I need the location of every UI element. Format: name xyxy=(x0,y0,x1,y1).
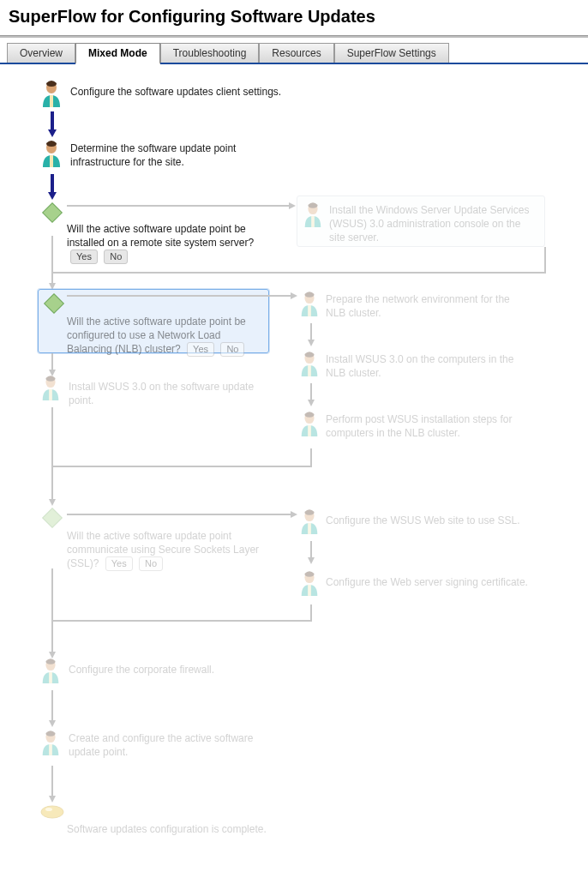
step-install-wsus-sup[interactable]: Install WSUS 3.0 on the software update … xyxy=(39,375,274,407)
connector xyxy=(67,295,291,297)
step-label: Configure the Web server signing certifi… xyxy=(326,570,528,589)
no-button[interactable]: No xyxy=(220,342,244,357)
arrow xyxy=(51,111,54,130)
diamond-icon xyxy=(41,291,67,316)
no-button[interactable]: No xyxy=(139,556,163,571)
svg-rect-15 xyxy=(308,425,311,436)
svg-rect-4 xyxy=(43,203,63,223)
connector xyxy=(544,247,546,273)
arrow-head-icon xyxy=(291,511,297,518)
connector xyxy=(51,466,53,500)
yes-button[interactable]: Yes xyxy=(105,556,133,571)
terminator-icon xyxy=(39,803,65,821)
step-create-sup[interactable]: Create and configure the active software… xyxy=(39,730,257,759)
step-label: Configure the corporate firewall. xyxy=(69,658,214,677)
connector xyxy=(310,448,312,467)
decision-ssl[interactable] xyxy=(39,505,65,531)
person-icon xyxy=(39,140,63,169)
flowchart-canvas: Configure the software updates client se… xyxy=(0,64,588,870)
svg-rect-18 xyxy=(308,523,311,534)
step-complete-text: Software updates configuration is comple… xyxy=(67,821,267,836)
connector xyxy=(67,205,290,207)
decision-remote-server[interactable] xyxy=(39,200,65,226)
step-prepare-nlb-network[interactable]: Prepare the network environment for the … xyxy=(298,291,531,320)
decision-ssl-text: Will the active software update point co… xyxy=(67,527,260,571)
connector xyxy=(51,766,53,797)
person-icon xyxy=(298,411,321,438)
svg-rect-20 xyxy=(308,585,311,596)
tab-troubleshooting[interactable]: Troubleshooting xyxy=(160,43,260,63)
yes-button[interactable]: Yes xyxy=(70,250,98,264)
step-label: Install WSUS 3.0 on the computers in the… xyxy=(326,351,531,380)
connector xyxy=(51,407,53,467)
yes-button[interactable]: Yes xyxy=(187,342,214,357)
decision-label: Will the active software update point co… xyxy=(67,530,259,569)
decision-label: Will the active software update point be… xyxy=(67,316,246,355)
arrow xyxy=(51,174,54,193)
connector xyxy=(51,690,53,721)
tab-overview[interactable]: Overview xyxy=(7,43,75,63)
tab-mixed-mode[interactable]: Mixed Mode xyxy=(75,43,160,64)
connector xyxy=(51,620,53,652)
svg-rect-9 xyxy=(308,305,311,316)
step-label: Create and configure the active software… xyxy=(69,730,257,759)
connector xyxy=(67,514,291,515)
step-install-wsus-nlb-computers[interactable]: Install WSUS 3.0 on the computers in the… xyxy=(298,351,531,380)
person-icon xyxy=(39,80,63,109)
decision-nlb-cluster[interactable] xyxy=(41,291,67,316)
arrow-head-icon xyxy=(48,129,57,137)
svg-point-26 xyxy=(45,808,52,811)
step-post-wsus-nlb[interactable]: Perform post WSUS installation steps for… xyxy=(298,411,531,440)
step-complete[interactable] xyxy=(39,803,65,821)
connector xyxy=(51,236,53,284)
connector xyxy=(51,466,312,467)
connector xyxy=(51,620,312,622)
svg-rect-16 xyxy=(43,508,63,528)
person-icon xyxy=(39,375,62,402)
diamond-icon xyxy=(39,505,65,531)
step-determine-infra[interactable]: Determine the software update point infr… xyxy=(39,140,250,169)
tab-superflow-settings[interactable]: SuperFlow Settings xyxy=(334,43,449,63)
svg-point-25 xyxy=(41,806,63,818)
arrow-head-icon xyxy=(48,192,57,200)
step-configure-firewall[interactable]: Configure the corporate firewall. xyxy=(39,658,214,685)
decision-label: Will the active software update point be… xyxy=(67,223,254,249)
arrow-head-icon xyxy=(308,557,315,564)
svg-rect-13 xyxy=(49,389,52,400)
step-label: Configure the WSUS Web site to use SSL. xyxy=(326,508,520,527)
connector xyxy=(310,383,312,400)
svg-rect-3 xyxy=(50,155,53,167)
step-configure-wsus-ssl[interactable]: Configure the WSUS Web site to use SSL. xyxy=(298,508,520,536)
person-icon xyxy=(39,730,62,757)
person-icon xyxy=(302,201,324,229)
svg-rect-11 xyxy=(308,365,311,376)
arrow-head-icon xyxy=(49,796,56,803)
arrow-head-icon xyxy=(308,400,315,406)
step-install-wsus-console[interactable]: Install the Windows Server Update Servic… xyxy=(302,201,535,245)
connector xyxy=(310,323,312,340)
person-icon xyxy=(298,508,321,536)
no-button[interactable]: No xyxy=(104,250,128,264)
step-label: Software updates configuration is comple… xyxy=(67,821,267,836)
step-label: Determine the software update point infr… xyxy=(70,140,250,169)
decision-nlb-text: Will the active software update point be… xyxy=(67,313,260,357)
decision-remote-server-text: Will the active software update point be… xyxy=(67,220,273,264)
tab-bar: Overview Mixed Mode Troubleshooting Reso… xyxy=(0,43,588,64)
step-label: Configure the software updates client se… xyxy=(70,80,281,99)
svg-rect-7 xyxy=(45,294,64,314)
tab-resources[interactable]: Resources xyxy=(259,43,333,63)
svg-rect-24 xyxy=(49,744,52,755)
person-icon xyxy=(298,291,321,318)
step-configure-signing-cert[interactable]: Configure the Web server signing certifi… xyxy=(298,570,528,598)
page-title: SuperFlow for Configuring Software Updat… xyxy=(9,7,579,27)
step-configure-client-settings[interactable]: Configure the software updates client se… xyxy=(39,80,281,109)
connector xyxy=(310,541,312,558)
arrow-head-icon xyxy=(291,292,297,299)
connector xyxy=(51,272,546,274)
svg-rect-6 xyxy=(311,216,315,227)
person-icon xyxy=(39,658,62,685)
step-label: Install the Windows Server Update Servic… xyxy=(329,201,535,245)
person-icon xyxy=(298,570,321,598)
header-divider xyxy=(0,35,588,38)
svg-rect-22 xyxy=(49,672,52,683)
